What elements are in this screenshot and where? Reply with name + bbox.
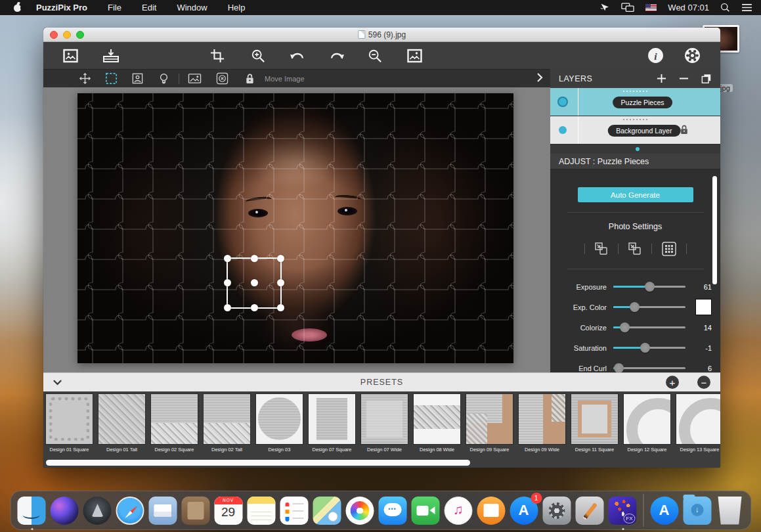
dock-itunes[interactable] (443, 496, 473, 525)
layer-name-pill[interactable]: Puzzle Pieces (613, 97, 673, 108)
preset-item[interactable]: Design 01 Square (46, 394, 93, 453)
move-tool-button[interactable] (75, 71, 95, 87)
dock-app-store[interactable]: 1 (509, 496, 538, 525)
slider-knob[interactable] (640, 343, 650, 353)
chevron-right-icon[interactable] (536, 72, 544, 85)
redo-button[interactable] (326, 46, 348, 66)
dock-photos[interactable] (345, 496, 374, 525)
slider-track[interactable] (613, 347, 685, 349)
add-preset-button[interactable]: + (666, 376, 679, 389)
displays-icon[interactable] (621, 3, 634, 12)
dock-calendar[interactable]: NOV29 (213, 496, 243, 525)
duplicate-layer-button[interactable] (701, 74, 712, 84)
dock-reminders[interactable] (279, 496, 309, 525)
auto-generate-button[interactable]: Auto Generate (578, 187, 693, 202)
menu-file[interactable]: File (108, 3, 121, 12)
image-overlay-button[interactable] (185, 71, 204, 87)
zoom-out-button[interactable] (364, 46, 386, 66)
preset-item[interactable]: Design 08 Wide (414, 394, 460, 453)
layer-drag-handle[interactable] (550, 91, 720, 92)
preset-item[interactable]: Design 11 Square (571, 394, 618, 453)
preset-item[interactable]: Design 07 Wide (361, 394, 408, 453)
selection-handle[interactable] (277, 279, 284, 286)
zoom-in-button[interactable] (247, 46, 269, 66)
title-bar[interactable]: 596 (9).jpg (43, 28, 720, 42)
preset-item[interactable]: Design 02 Square (151, 394, 198, 453)
menu-clock[interactable]: Wed 07:01 (668, 3, 709, 12)
layers-resize-strip[interactable] (550, 144, 720, 154)
layer-visibility-toggle[interactable] (559, 126, 567, 134)
selection-box[interactable] (227, 257, 282, 309)
minimize-button[interactable] (63, 31, 71, 39)
presets-scrollbar[interactable] (46, 460, 470, 466)
slider-track[interactable] (613, 306, 685, 308)
menu-edit[interactable]: Edit (142, 3, 156, 12)
menu-window[interactable]: Window (177, 3, 207, 12)
dock-messages[interactable] (378, 496, 407, 525)
layer-visibility-toggle[interactable] (557, 97, 568, 107)
dock-app-store-updates[interactable] (649, 496, 679, 525)
spotlight-search-icon[interactable] (720, 3, 730, 12)
input-language-flag-icon[interactable] (645, 4, 657, 11)
copy-settings-front-icon[interactable] (628, 242, 642, 256)
dock-system-preferences[interactable] (542, 496, 571, 525)
add-layer-button[interactable] (657, 74, 666, 83)
slider-knob[interactable] (614, 363, 624, 373)
preset-item[interactable]: Design 03 (256, 394, 303, 453)
new-image-button[interactable] (59, 46, 81, 66)
remove-preset-button[interactable]: − (697, 376, 710, 389)
portrait-select-tool-button[interactable] (127, 71, 147, 87)
notification-center-icon[interactable] (741, 3, 752, 12)
selection-handle[interactable] (277, 304, 284, 311)
layer-drag-handle[interactable] (550, 119, 720, 120)
slider-track[interactable] (613, 367, 685, 369)
marquee-select-tool-button[interactable] (101, 71, 121, 87)
settings-gear-button[interactable] (681, 46, 703, 66)
slider-track[interactable] (613, 326, 685, 328)
lightbulb-tool-button[interactable] (154, 71, 173, 87)
grid-settings-icon[interactable] (661, 242, 677, 256)
collapse-presets-chevron[interactable] (53, 379, 62, 386)
zoom-button[interactable] (76, 31, 84, 39)
selection-handle[interactable] (277, 255, 284, 262)
preset-item[interactable]: Design 09 Wide (519, 394, 565, 453)
menu-help[interactable]: Help (228, 3, 246, 12)
slider-knob[interactable] (630, 302, 640, 312)
layer-row-puzzle-pieces[interactable]: Puzzle Pieces (550, 88, 720, 116)
exposure-color-swatch[interactable] (695, 299, 712, 315)
dock-contacts[interactable] (181, 496, 210, 525)
preset-item[interactable]: Design 07 Square (309, 394, 355, 453)
preset-item[interactable]: Design 09 Square (466, 394, 513, 453)
dock-graphics-app[interactable] (575, 496, 604, 525)
dock-safari[interactable] (115, 496, 144, 525)
dock-siri[interactable] (49, 496, 79, 525)
dock-ibooks[interactable] (476, 496, 506, 525)
dock-mail[interactable] (148, 496, 177, 525)
selection-handle[interactable] (251, 255, 258, 262)
dock-facetime[interactable] (410, 496, 440, 525)
selection-handle[interactable] (224, 279, 231, 286)
remove-layer-button[interactable] (679, 74, 689, 83)
preset-item[interactable]: Design 01 Tall (98, 394, 145, 453)
selection-handle[interactable] (224, 304, 231, 311)
layer-row-background[interactable]: Background Layer (550, 116, 720, 144)
edited-photo[interactable] (77, 93, 513, 363)
close-button[interactable] (50, 31, 58, 39)
slider-knob[interactable] (620, 322, 630, 332)
copy-settings-back-icon[interactable] (594, 242, 609, 256)
selection-handle[interactable] (224, 255, 231, 262)
preset-item[interactable]: Design 12 Square (624, 394, 670, 453)
slider-knob[interactable] (645, 282, 655, 292)
clear-selection-button[interactable] (212, 71, 232, 87)
dock-notes[interactable] (246, 496, 276, 525)
dock-trash[interactable] (715, 496, 745, 525)
dock-downloads-folder[interactable] (682, 496, 712, 525)
slider-track[interactable] (613, 286, 685, 288)
selection-handle[interactable] (251, 279, 258, 286)
import-button[interactable] (100, 46, 122, 66)
tablet-cursor-icon[interactable] (599, 3, 610, 12)
menu-app-name[interactable]: PuzziPix Pro (36, 3, 87, 12)
info-button[interactable]: i (644, 46, 666, 66)
apple-menu-icon[interactable] (12, 3, 22, 12)
crop-tool-button[interactable] (206, 46, 228, 66)
